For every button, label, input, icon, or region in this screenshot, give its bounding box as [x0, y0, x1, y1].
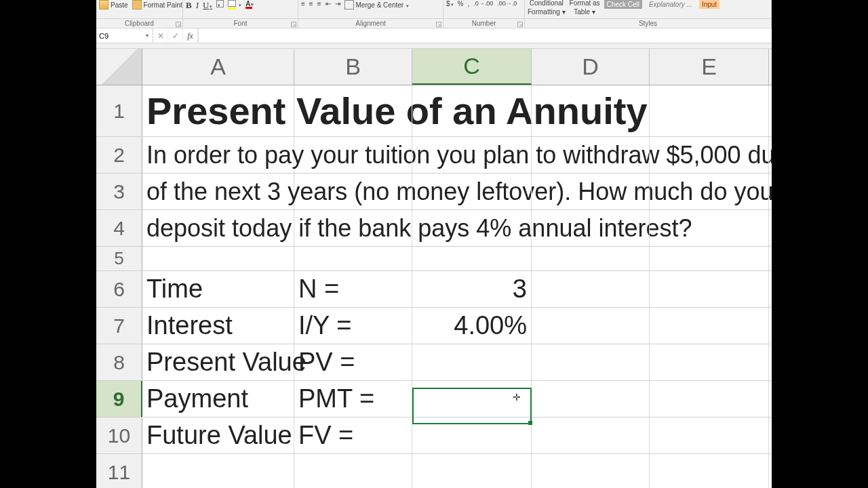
cell-E10[interactable] — [650, 418, 769, 453]
cell-E4[interactable] — [650, 210, 769, 246]
cell-D6[interactable] — [532, 271, 650, 307]
chevron-down-icon[interactable]: ▾ — [143, 31, 151, 39]
cell-A1[interactable]: Present Value of an Annuity — [142, 85, 294, 136]
enter-formula-button[interactable]: ✓ — [168, 28, 183, 43]
row-header-5[interactable]: 5 — [96, 247, 142, 270]
cell-B1[interactable] — [294, 85, 412, 136]
dialog-launcher-icon[interactable]: ↘ — [436, 22, 441, 27]
cell-D7[interactable] — [532, 308, 650, 344]
align-left-button[interactable]: ≡ — [301, 0, 305, 7]
format-as-table-button[interactable]: Format as Table ▾ — [570, 0, 600, 16]
formula-input[interactable] — [199, 28, 772, 43]
cell-C2[interactable] — [412, 137, 532, 173]
spreadsheet-grid[interactable]: A B C D E 1 Present Value of an Annuity … — [96, 49, 772, 488]
col-header-E[interactable]: E — [650, 49, 769, 85]
row-header-6[interactable]: 6 — [96, 271, 142, 307]
merge-center-button[interactable]: Merge & Center — [344, 0, 410, 9]
cell-B3[interactable] — [294, 174, 412, 209]
cell-A3[interactable]: of the next 3 years (no money leftover).… — [142, 174, 294, 209]
style-input[interactable]: Input — [699, 0, 719, 9]
cell-C10[interactable] — [412, 418, 532, 453]
cell-B4[interactable] — [294, 210, 412, 246]
cell-B11[interactable] — [294, 454, 412, 488]
currency-button[interactable]: $ — [446, 0, 454, 7]
insert-function-button[interactable]: fx — [183, 28, 198, 43]
cell-A5[interactable] — [142, 247, 294, 270]
cell-E11[interactable] — [650, 454, 769, 488]
cell-D9[interactable] — [532, 381, 650, 417]
row-header-2[interactable]: 2 — [96, 137, 142, 173]
indent-decrease-button[interactable]: ⇤ — [326, 0, 331, 7]
cell-C5[interactable] — [412, 247, 532, 270]
row-header-11[interactable]: 11 — [96, 454, 142, 488]
row-header-9[interactable]: 9 — [96, 381, 142, 417]
style-check-cell[interactable]: Check Cell — [604, 0, 642, 9]
cell-B9[interactable]: PMT = — [294, 381, 412, 417]
cell-D2[interactable] — [532, 137, 650, 173]
col-header-D[interactable]: D — [532, 49, 650, 85]
comma-button[interactable]: , — [467, 0, 469, 7]
align-right-button[interactable]: ≡ — [317, 0, 321, 7]
cell-B8[interactable]: PV = — [294, 344, 412, 380]
cell-C7[interactable]: 4.00% — [412, 308, 532, 344]
italic-button[interactable]: I — [196, 0, 199, 11]
row-header-1[interactable]: 1 — [96, 85, 142, 136]
border-button[interactable] — [216, 0, 224, 7]
format-painter-button[interactable]: Format Painter — [132, 0, 182, 9]
increase-decimal-button[interactable]: .0→.00 — [473, 0, 493, 7]
cell-D1[interactable] — [532, 85, 650, 136]
cell-C1[interactable] — [412, 85, 532, 136]
cell-A6[interactable]: Time — [142, 271, 294, 307]
cell-C6[interactable]: 3 — [412, 271, 532, 307]
underline-button[interactable]: U — [203, 0, 212, 11]
cell-A9[interactable]: Payment — [142, 381, 294, 417]
decrease-decimal-button[interactable]: .00→.0 — [497, 0, 517, 7]
row-header-3[interactable]: 3 — [96, 174, 142, 209]
align-center-button[interactable]: ≡ — [309, 0, 313, 7]
cell-E1[interactable] — [650, 85, 769, 136]
cell-B2[interactable] — [294, 137, 412, 173]
cell-A2[interactable]: In order to pay your tuition you plan to… — [142, 137, 294, 173]
cell-E9[interactable] — [650, 381, 769, 417]
dialog-launcher-icon[interactable]: ↘ — [517, 22, 523, 27]
cell-A7[interactable]: Interest — [142, 308, 294, 344]
cell-B10[interactable]: FV = — [294, 418, 412, 453]
dialog-launcher-icon[interactable]: ↘ — [176, 22, 181, 27]
cell-D5[interactable] — [532, 247, 650, 270]
paste-button[interactable]: Paste — [99, 0, 128, 9]
row-header-7[interactable]: 7 — [96, 308, 142, 344]
cell-B5[interactable] — [294, 247, 412, 270]
row-header-10[interactable]: 10 — [96, 418, 142, 453]
col-header-A[interactable]: A — [142, 49, 294, 85]
style-explanatory[interactable]: Explanatory ... — [646, 0, 695, 9]
cell-B7[interactable]: I/Y = — [294, 308, 412, 344]
cell-C11[interactable] — [412, 454, 532, 488]
cell-D8[interactable] — [532, 344, 650, 380]
cell-D4[interactable] — [532, 210, 650, 246]
cell-E6[interactable] — [650, 271, 769, 307]
cell-E3[interactable] — [650, 174, 769, 209]
font-color-button[interactable]: A — [245, 0, 254, 7]
cell-B6[interactable]: N = — [294, 271, 412, 307]
cell-D11[interactable] — [532, 454, 650, 488]
cell-A11[interactable] — [142, 454, 294, 488]
indent-increase-button[interactable]: ⇥ — [335, 0, 340, 7]
cell-E5[interactable] — [650, 247, 769, 270]
cell-E8[interactable] — [650, 344, 769, 380]
col-header-C[interactable]: C — [412, 49, 532, 85]
dialog-launcher-icon[interactable]: ↘ — [291, 22, 296, 27]
cell-C3[interactable] — [412, 174, 532, 209]
bold-button[interactable]: B — [186, 0, 192, 11]
fill-color-button[interactable] — [228, 0, 241, 8]
conditional-formatting-button[interactable]: Conditional Formatting ▾ — [528, 0, 566, 16]
cancel-formula-button[interactable]: ✕ — [153, 28, 168, 43]
row-header-4[interactable]: 4 — [96, 210, 142, 246]
cell-D10[interactable] — [532, 418, 650, 453]
cell-A4[interactable]: deposit today if the bank pays 4% annual… — [142, 210, 294, 246]
select-all-corner[interactable] — [96, 49, 142, 85]
cell-E2[interactable] — [650, 137, 769, 173]
cell-C8[interactable] — [412, 344, 532, 380]
cell-A10[interactable]: Future Value — [142, 418, 294, 453]
cell-C4[interactable] — [412, 210, 532, 246]
cell-E7[interactable] — [650, 308, 769, 344]
